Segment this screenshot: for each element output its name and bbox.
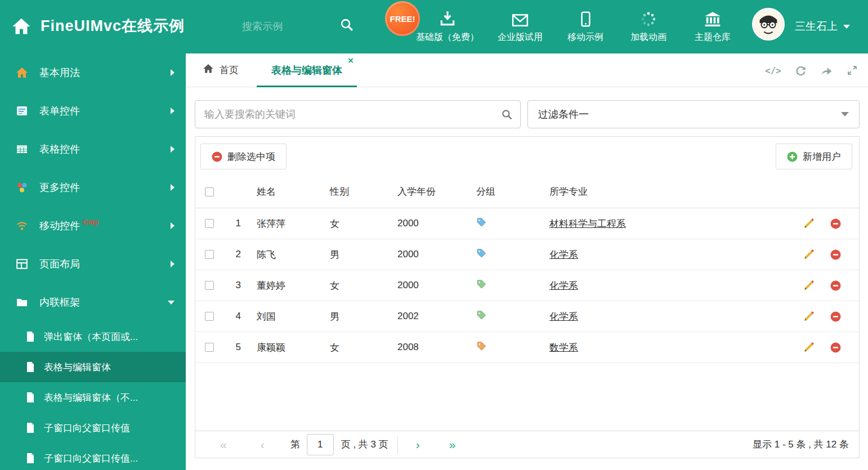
edit-icon[interactable] xyxy=(803,218,815,229)
envelope-icon xyxy=(512,10,529,27)
file-icon xyxy=(26,422,36,433)
major-link[interactable]: 化学系 xyxy=(549,280,578,291)
nav-item-basic-edition[interactable]: 基础版（免费） xyxy=(411,7,484,43)
major-link[interactable]: 化学系 xyxy=(549,249,578,260)
add-user-button[interactable]: 新增用户 xyxy=(776,144,852,169)
nav-item-loading-animations[interactable]: 加载动画 xyxy=(619,7,678,43)
sidebar-item-basic-usage[interactable]: 基本用法 xyxy=(0,53,186,92)
nav-item-mobile-demo[interactable]: 移动示例 xyxy=(556,7,615,43)
sidebar-item-more-controls[interactable]: 更多控件 xyxy=(0,168,186,207)
source-code-icon[interactable]: </> xyxy=(765,65,781,76)
avatar[interactable] xyxy=(752,8,785,41)
tag-icon xyxy=(476,248,486,261)
major-link[interactable]: 数学系 xyxy=(549,342,578,353)
sidebar-item-grid-controls[interactable]: 表格控件 xyxy=(0,130,186,168)
mobile-icon xyxy=(581,10,590,27)
row-checkbox[interactable] xyxy=(205,219,214,228)
delete-selected-label: 删除选中项 xyxy=(227,150,275,163)
first-page-button[interactable]: « xyxy=(220,438,227,450)
form-icon xyxy=(16,105,29,117)
chevron-down-icon xyxy=(841,112,849,117)
nav-item-theme-repository[interactable]: 主题仓库 xyxy=(682,7,743,43)
row-checkbox[interactable] xyxy=(205,250,214,259)
shapes-icon xyxy=(16,181,29,194)
delete-icon[interactable] xyxy=(830,218,841,229)
signal-icon xyxy=(16,220,29,232)
column-name: 姓名 xyxy=(249,185,322,198)
cell-year: 2000 xyxy=(390,249,468,260)
row-number: 4 xyxy=(223,311,249,322)
sidebar-item-label: 基本用法 xyxy=(39,66,80,79)
edit-icon[interactable] xyxy=(803,249,815,260)
delete-icon[interactable] xyxy=(830,342,841,353)
delete-selected-button[interactable]: 删除选中项 xyxy=(200,144,287,169)
row-checkbox[interactable] xyxy=(205,281,214,290)
cell-year: 2008 xyxy=(390,342,468,353)
sidebar-subitem-grid-edit-window-2[interactable]: 表格与编辑窗体（不... xyxy=(0,382,186,413)
row-number: 1 xyxy=(223,218,249,229)
keyword-search-input[interactable] xyxy=(195,100,521,128)
row-checkbox[interactable] xyxy=(205,312,214,321)
sidebar-item-label: 表格控件 xyxy=(39,142,80,156)
plus-circle-icon xyxy=(787,151,798,162)
grid-toolbar: 删除选中项 新增用户 xyxy=(195,137,859,176)
sidebar-subitem-label: 子窗口向父窗口传值... xyxy=(44,452,138,465)
cell-year: 2000 xyxy=(390,218,468,229)
row-number: 3 xyxy=(223,280,249,291)
share-icon[interactable] xyxy=(820,65,833,76)
header-search-icon[interactable] xyxy=(339,17,354,34)
major-link[interactable]: 化学系 xyxy=(549,311,578,322)
sidebar-subitem-child-to-parent[interactable]: 子窗口向父窗口传值 xyxy=(0,413,186,443)
delete-icon[interactable] xyxy=(830,280,841,291)
sidebar-subitem-label: 弹出窗体（本页面或... xyxy=(44,330,138,343)
grid-panel: 删除选中项 新增用户 姓名 性别 入学年份 分组 所学专业 xyxy=(195,136,860,458)
row-checkbox[interactable] xyxy=(205,343,214,352)
sidebar-item-form-controls[interactable]: 表单控件 xyxy=(0,92,186,130)
tab-grid-edit-window[interactable]: 表格与编辑窗体 × xyxy=(257,53,357,87)
pagination-bar: « ‹ 第 页 , 共 3 页 › » 显示 1 - 5 条 , 共 12 条 xyxy=(195,431,859,458)
sidebar-item-mobile-controls[interactable]: 移动控件 Corp xyxy=(0,207,186,245)
sidebar: 基本用法 表单控件 表格控件 更多控件 xyxy=(0,53,186,470)
nav-item-label: 主题仓库 xyxy=(695,32,731,43)
table-row: 4 刘国 男 2002 化学系 xyxy=(195,301,859,332)
refresh-icon[interactable] xyxy=(795,65,807,77)
major-link[interactable]: 材料科学与工程系 xyxy=(549,218,626,229)
edit-icon[interactable] xyxy=(803,311,815,322)
sidebar-subitem-popup-window[interactable]: 弹出窗体（本页面或... xyxy=(0,321,186,352)
edit-icon[interactable] xyxy=(803,280,815,291)
next-page-button[interactable]: › xyxy=(416,438,420,450)
sidebar-item-inline-frame[interactable]: 内联框架 xyxy=(0,283,186,321)
tab-home[interactable]: 首页 xyxy=(195,53,247,87)
page-number-input[interactable] xyxy=(307,434,334,455)
cell-gender: 女 xyxy=(322,341,390,354)
sidebar-item-page-layout[interactable]: 页面布局 xyxy=(0,245,186,283)
cell-name: 张萍萍 xyxy=(249,217,322,230)
spinner-icon xyxy=(641,10,656,27)
user-menu[interactable]: 三生石上 xyxy=(795,19,850,34)
nav-item-enterprise-trial[interactable]: 企业版试用 xyxy=(489,7,552,43)
nav-item-label: 加载动画 xyxy=(630,32,666,43)
row-number: 2 xyxy=(223,249,249,260)
header-search-input[interactable] xyxy=(242,17,335,36)
search-icon[interactable] xyxy=(501,109,513,123)
cell-name: 董婷婷 xyxy=(249,279,322,292)
tab-label: 首页 xyxy=(220,64,239,77)
home-icon xyxy=(203,63,214,77)
sidebar-item-label: 更多控件 xyxy=(39,181,80,194)
sidebar-subitem-child-to-parent-2[interactable]: 子窗口向父窗口传值... xyxy=(0,443,186,470)
expand-icon[interactable] xyxy=(847,65,858,76)
filter-dropdown[interactable]: 过滤条件一 xyxy=(527,100,860,128)
home-icon[interactable] xyxy=(11,16,32,39)
last-page-button[interactable]: » xyxy=(449,438,456,450)
select-all-checkbox[interactable] xyxy=(205,187,214,196)
free-badge-label: FREE! xyxy=(390,14,415,24)
sidebar-subitem-grid-edit-window[interactable]: 表格与编辑窗体 xyxy=(0,352,186,382)
delete-icon[interactable] xyxy=(830,249,841,260)
edit-icon[interactable] xyxy=(803,342,815,353)
free-badge[interactable]: FREE! xyxy=(385,1,420,36)
chevron-right-icon xyxy=(171,222,175,229)
delete-icon[interactable] xyxy=(830,311,841,322)
close-icon[interactable]: × xyxy=(348,56,354,65)
table-row: 5 康颖颖 女 2008 数学系 xyxy=(195,332,859,363)
prev-page-button[interactable]: ‹ xyxy=(261,438,265,450)
